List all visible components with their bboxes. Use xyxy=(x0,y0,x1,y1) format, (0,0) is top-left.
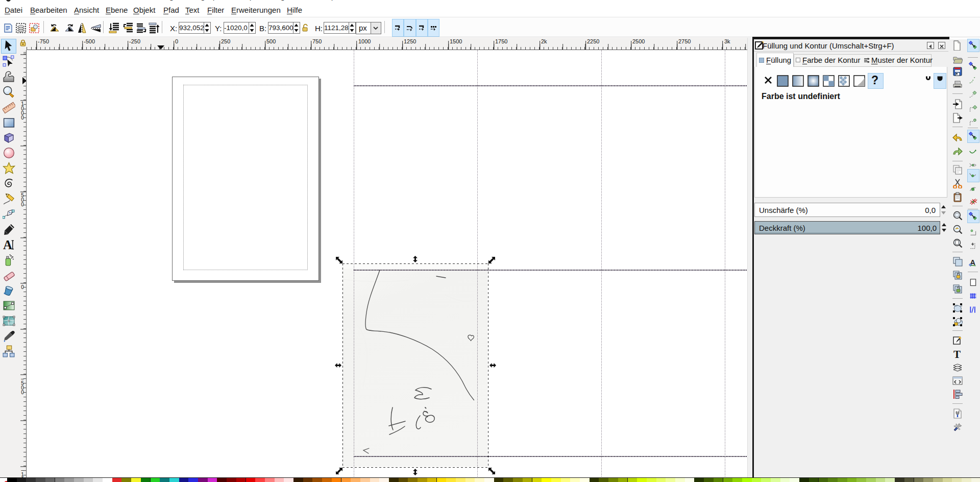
svg-text:T: T xyxy=(953,349,961,359)
svg-text:A: A xyxy=(3,238,12,251)
